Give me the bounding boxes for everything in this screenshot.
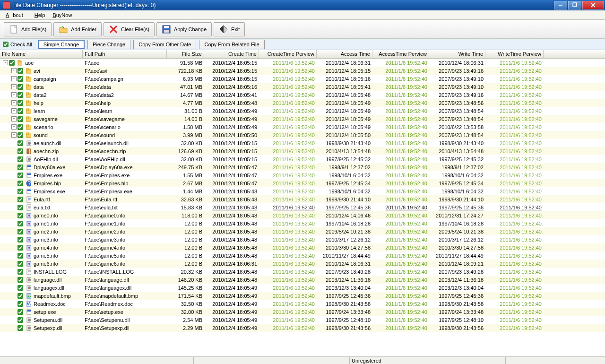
expand-icon[interactable]: + <box>11 84 17 89</box>
file-row[interactable]: game5.nfoF:\aoe\game5.nfo12.00 B2010/12/… <box>0 251 605 260</box>
file-row[interactable]: aoechn.zipF:\aoe\aoechn.zip126.69 KB2010… <box>0 147 605 155</box>
expand-icon[interactable]: + <box>11 92 17 97</box>
check-all-checkbox[interactable] <box>3 42 9 47</box>
row-checkbox[interactable] <box>17 285 23 291</box>
tab-simple-change[interactable]: Simple Change <box>38 40 85 49</box>
expand-icon[interactable]: + <box>11 76 17 81</box>
file-row[interactable]: languagex.dllF:\aoe\languagex.dll145.25 … <box>0 284 605 292</box>
add-folder-button[interactable]: Add Folder <box>53 22 102 36</box>
expand-icon[interactable]: + <box>11 68 17 73</box>
file-row[interactable]: +helpF:\aoe\help4.77 MB2010/12/4 18:05:4… <box>0 99 605 107</box>
row-checkbox[interactable] <box>17 261 23 267</box>
add-files-button[interactable]: Add File(s) <box>4 22 52 36</box>
row-checkbox[interactable] <box>17 245 23 251</box>
file-row[interactable]: WReadmex.docF:\aoe\Readmex.doc32.50 KB20… <box>0 300 605 308</box>
row-checkbox[interactable] <box>17 156 23 162</box>
menu-about[interactable]: About <box>2 11 31 19</box>
file-row[interactable]: +soundF:\aoe\sound3.99 MB2010/12/4 18:05… <box>0 131 605 139</box>
row-checkbox[interactable] <box>17 301 23 307</box>
expand-icon[interactable]: + <box>11 100 17 105</box>
file-row[interactable]: game1.nfoF:\aoe\game1.nfo12.00 B2010/12/… <box>0 219 605 227</box>
row-checkbox[interactable] <box>17 124 23 130</box>
file-row[interactable]: Empires.exeF:\aoe\Empires.exe1.55 MB2010… <box>0 171 605 179</box>
row-checkbox[interactable] <box>17 140 23 146</box>
row-checkbox[interactable] <box>17 293 23 299</box>
row-checkbox[interactable] <box>17 68 23 74</box>
expand-icon[interactable]: + <box>11 116 17 121</box>
col-fullpath[interactable]: Full Path <box>83 50 167 58</box>
file-row[interactable]: +savegameF:\aoe\savegame14.00 B2010/12/4… <box>0 115 605 123</box>
expand-icon[interactable]: + <box>11 124 17 130</box>
row-checkbox[interactable] <box>17 253 23 259</box>
row-checkbox[interactable] <box>17 237 23 243</box>
file-row[interactable]: +learnF:\aoe\learn31.00 B2010/12/4 18:05… <box>0 107 605 115</box>
tab-copy-related-file[interactable]: Copy From Related File <box>199 40 264 49</box>
row-checkbox[interactable] <box>17 84 23 90</box>
row-checkbox[interactable] <box>17 309 23 315</box>
row-checkbox[interactable] <box>17 269 23 275</box>
row-checkbox[interactable] <box>17 317 23 323</box>
menu-help[interactable]: Help <box>31 11 49 19</box>
expand-icon[interactable]: - <box>3 60 8 65</box>
file-row[interactable]: +aviF:\aoe\avi722.18 KB2010/12/4 18:05:1… <box>0 67 605 75</box>
row-checkbox[interactable] <box>17 116 23 122</box>
file-row[interactable]: aelaunch.dllF:\aoe\aelaunch.dll32.00 KB2… <box>0 139 605 147</box>
row-checkbox[interactable] <box>17 325 23 331</box>
file-row[interactable]: Setupenu.dllF:\aoe\Setupenu.dll2.54 MB20… <box>0 316 605 324</box>
file-row[interactable]: Empiresx.exeF:\aoe\Empiresx.exe1.44 MB20… <box>0 187 605 195</box>
row-checkbox[interactable] <box>17 181 23 186</box>
file-row[interactable]: game0.nfoF:\aoe\game0.nfo118.00 B2010/12… <box>0 211 605 219</box>
col-accesstime-preview[interactable]: AccessTime Perview <box>372 50 429 58</box>
minimize-button[interactable]: ─ <box>554 1 567 9</box>
file-row[interactable]: +campaignF:\aoe\campaign6.93 MB2010/12/4… <box>0 75 605 83</box>
clear-files-button[interactable]: Clear File(s) <box>104 22 155 36</box>
col-filename[interactable]: File Name <box>0 50 83 58</box>
file-row[interactable]: Dplay60a.exeF:\aoe\Dplay60a.exe249.75 KB… <box>0 163 605 171</box>
row-checkbox[interactable] <box>17 92 23 98</box>
row-checkbox[interactable] <box>17 213 23 218</box>
file-row[interactable]: AoEHlp.dllF:\aoe\AoEHlp.dll32.00 KB2010/… <box>0 155 605 163</box>
apply-change-button[interactable]: Apply Change <box>156 22 212 36</box>
file-row[interactable]: game6.nfoF:\aoe\game6.nfo12.00 B2010/12/… <box>0 260 605 268</box>
row-checkbox[interactable] <box>17 221 23 226</box>
tab-copy-other-date[interactable]: Copy From Other Date <box>133 40 196 49</box>
row-checkbox[interactable] <box>17 229 23 234</box>
row-checkbox[interactable] <box>17 189 23 194</box>
file-row[interactable]: language.dllF:\aoe\language.dll146.20 KB… <box>0 276 605 284</box>
exit-button[interactable]: Exit <box>214 22 245 36</box>
file-row[interactable]: INSTALL.LOGF:\aoe\INSTALL.LOG20.32 KB201… <box>0 268 605 276</box>
row-checkbox[interactable] <box>17 277 23 283</box>
file-rows-container[interactable]: -aoeF:\aoe91.58 MB2010/12/4 18:05:152011… <box>0 59 605 355</box>
expand-icon[interactable]: + <box>11 108 17 113</box>
file-row[interactable]: +scenarioF:\aoe\scenario1.58 MB2010/12/4… <box>0 123 605 131</box>
row-checkbox[interactable] <box>17 173 23 178</box>
expand-icon[interactable]: + <box>11 132 17 138</box>
row-checkbox[interactable] <box>17 76 23 82</box>
close-button[interactable]: ✕ <box>582 1 604 9</box>
maximize-button[interactable]: ❐ <box>568 1 581 9</box>
row-checkbox[interactable] <box>17 108 23 114</box>
file-row[interactable]: Eula.rtfF:\aoe\Eula.rtf32.63 KB2010/12/4… <box>0 195 605 203</box>
file-row[interactable]: ?Empires.hlpF:\aoe\Empires.hlp2.67 MB201… <box>0 179 605 187</box>
file-row[interactable]: game4.nfoF:\aoe\game4.nfo12.00 B2010/12/… <box>0 243 605 251</box>
file-row[interactable]: mapdefault.bmpF:\aoe\mapdefault.bmp171.5… <box>0 292 605 300</box>
col-writetime-preview[interactable]: WriteTime Perview <box>485 50 544 58</box>
col-accesstime[interactable]: Access Time <box>317 50 372 58</box>
file-row[interactable]: +dataF:\aoe\data47.01 MB2010/12/4 18:05:… <box>0 83 605 91</box>
file-row[interactable]: game3.nfoF:\aoe\game3.nfo12.00 B2010/12/… <box>0 235 605 243</box>
col-createtime-preview[interactable]: CreateTime Perview <box>259 50 317 58</box>
col-writetime[interactable]: Write Time <box>429 50 485 58</box>
col-filesize[interactable]: File Size <box>167 50 204 58</box>
row-checkbox[interactable] <box>17 132 23 138</box>
tab-piece-change[interactable]: Piece Change <box>87 40 130 49</box>
row-checkbox[interactable] <box>17 165 23 170</box>
row-checkbox[interactable] <box>17 148 23 154</box>
file-row[interactable]: Setupexp.dllF:\aoe\Setupexp.dll2.29 MB20… <box>0 324 605 332</box>
col-createtime[interactable]: Create Time <box>204 50 259 58</box>
file-row[interactable]: +data2F:\aoe\data214.67 MB2010/12/4 18:0… <box>0 91 605 99</box>
file-row[interactable]: setup.exeF:\aoe\setup.exe32.00 KB2010/12… <box>0 308 605 316</box>
file-row[interactable]: game2.nfoF:\aoe\game2.nfo12.00 B2010/12/… <box>0 227 605 235</box>
check-all[interactable]: Check All <box>3 42 32 47</box>
file-row[interactable]: eula.txtF:\aoe\eula.txt15.83 KB2010/12/4… <box>0 203 605 211</box>
row-checkbox[interactable] <box>17 100 23 106</box>
